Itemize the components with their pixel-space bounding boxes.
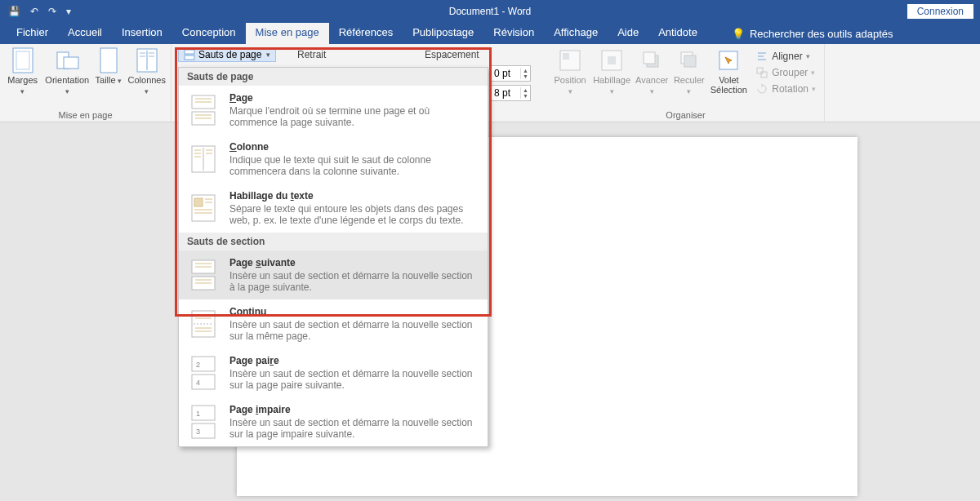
svg-text:2: 2 bbox=[196, 361, 200, 369]
lightbulb-icon: 💡 bbox=[732, 28, 745, 40]
dropdown-header-section-breaks: Sauts de section bbox=[179, 233, 488, 250]
selection-pane-icon bbox=[715, 47, 742, 73]
retrait-label: Retrait bbox=[297, 49, 326, 60]
menu-item-continuous[interactable]: Continu Insère un saut de section et dém… bbox=[179, 299, 488, 348]
section-odd-page-icon: 13 bbox=[187, 404, 220, 440]
orientation-icon bbox=[54, 47, 80, 73]
text-wrap-break-icon bbox=[187, 190, 220, 226]
menu-item-next-page[interactable]: Page suivante Insère un saut de section … bbox=[179, 250, 488, 299]
tell-me-search[interactable]: 💡 Rechercher des outils adaptés bbox=[732, 23, 893, 44]
selection-pane-button[interactable]: VoletSélection bbox=[710, 47, 747, 95]
svg-rect-14 bbox=[563, 53, 569, 60]
svg-rect-20 bbox=[684, 55, 696, 67]
titlebar: 💾 ↶ ↷ ▾ Document1 - Word Connexion bbox=[0, 0, 980, 23]
svg-rect-29 bbox=[194, 198, 203, 206]
align-icon bbox=[755, 50, 768, 63]
rotate-button[interactable]: Rotation▾ bbox=[752, 82, 819, 96]
svg-rect-23 bbox=[761, 72, 767, 78]
group-page-setup: Marges Orientation Taille Colonnes bbox=[0, 44, 172, 122]
search-hint: Rechercher des outils adaptés bbox=[750, 28, 893, 40]
menu-item-text-wrap[interactable]: Habillage du texte Sépare le texte qui e… bbox=[179, 184, 488, 233]
dropdown-header-page-breaks: Sauts de page bbox=[179, 68, 488, 86]
position-icon bbox=[557, 47, 583, 73]
svg-rect-4 bbox=[100, 48, 117, 73]
section-continuous-icon bbox=[187, 306, 220, 342]
menu-item-odd-page[interactable]: 13 Page impaire Insère un saut de sectio… bbox=[179, 397, 488, 446]
svg-text:1: 1 bbox=[196, 410, 200, 418]
svg-rect-18 bbox=[644, 52, 655, 64]
spin-arrows-icon[interactable]: ▲▼ bbox=[520, 87, 530, 99]
tab-antidote[interactable]: Antidote bbox=[648, 23, 707, 44]
rotate-icon bbox=[755, 82, 768, 95]
spacing-before-spin[interactable]: ▲▼ bbox=[490, 65, 531, 82]
margins-button[interactable]: Marges bbox=[5, 47, 40, 109]
size-button[interactable]: Taille bbox=[94, 47, 122, 109]
tab-accueil[interactable]: Accueil bbox=[58, 23, 112, 44]
align-button[interactable]: Aligner▾ bbox=[752, 49, 819, 64]
wrap-icon bbox=[599, 47, 625, 73]
tab-affichage[interactable]: Affichage bbox=[544, 23, 608, 44]
svg-rect-12 bbox=[185, 55, 194, 60]
window-title: Document1 - Word bbox=[449, 6, 531, 17]
columns-button[interactable]: Colonnes bbox=[128, 47, 166, 109]
columns-icon bbox=[134, 47, 160, 73]
redo-icon[interactable]: ↷ bbox=[48, 6, 56, 17]
espacement-label: Espacement bbox=[425, 49, 479, 60]
wrap-button[interactable]: Habillage bbox=[593, 47, 630, 96]
tab-revision[interactable]: Révision bbox=[483, 23, 544, 44]
bring-forward-icon bbox=[639, 47, 665, 73]
svg-rect-16 bbox=[608, 56, 616, 64]
page-break-icon bbox=[187, 92, 220, 128]
tab-conception[interactable]: Conception bbox=[172, 23, 246, 44]
tab-mise-en-page[interactable]: Mise en page bbox=[246, 23, 329, 44]
spacing-before-input[interactable] bbox=[491, 67, 520, 80]
menu-item-even-page[interactable]: 24 Page paire Insère un saut de section … bbox=[179, 348, 488, 397]
bring-forward-button[interactable]: Avancer bbox=[635, 47, 668, 96]
menu-item-page[interactable]: Page Marque l'endroit où se termine une … bbox=[179, 86, 488, 135]
tab-aide[interactable]: Aide bbox=[608, 23, 648, 44]
spacing-after-input[interactable] bbox=[491, 86, 520, 100]
svg-rect-22 bbox=[757, 68, 763, 73]
size-icon bbox=[96, 47, 122, 73]
svg-text:3: 3 bbox=[196, 428, 200, 436]
quick-access-toolbar: 💾 ↶ ↷ ▾ bbox=[0, 6, 71, 17]
svg-rect-3 bbox=[64, 57, 78, 69]
group-icon bbox=[755, 66, 768, 79]
column-break-icon bbox=[187, 141, 220, 177]
orientation-button[interactable]: Orientation bbox=[45, 47, 89, 109]
ribbon-tabs: Fichier Accueil Insertion Conception Mis… bbox=[0, 23, 980, 44]
tab-references[interactable]: Références bbox=[329, 23, 403, 44]
breaks-dropdown: Sauts de page Page Marque l'endroit où s… bbox=[178, 67, 488, 447]
breaks-button[interactable]: Sauts de page bbox=[178, 47, 276, 62]
send-backward-icon bbox=[676, 47, 702, 73]
group-button[interactable]: Grouper▾ bbox=[752, 65, 819, 80]
section-even-page-icon: 24 bbox=[187, 355, 220, 391]
menu-item-column[interactable]: Colonne Indique que le texte qui suit le… bbox=[179, 135, 488, 184]
group-arrange: Position Habillage Avancer Reculer bbox=[547, 44, 825, 122]
spin-arrows-icon[interactable]: ▲▼ bbox=[520, 68, 530, 79]
svg-rect-11 bbox=[185, 50, 194, 54]
ribbon: Marges Orientation Taille Colonnes bbox=[0, 44, 980, 122]
section-next-page-icon bbox=[187, 257, 220, 293]
qat-customize-icon[interactable]: ▾ bbox=[66, 6, 71, 17]
spacing-after-spin[interactable]: ▲▼ bbox=[490, 85, 531, 101]
save-icon[interactable]: 💾 bbox=[8, 6, 20, 17]
breaks-icon bbox=[184, 49, 195, 60]
signin-button[interactable]: Connexion bbox=[907, 4, 973, 19]
position-button[interactable]: Position bbox=[552, 47, 588, 96]
tab-fichier[interactable]: Fichier bbox=[7, 23, 58, 44]
group-label-page-setup: Mise en page bbox=[5, 109, 166, 120]
tab-insertion[interactable]: Insertion bbox=[112, 23, 172, 44]
document-area bbox=[0, 122, 980, 501]
margins-icon bbox=[10, 47, 36, 73]
undo-icon[interactable]: ↶ bbox=[30, 6, 38, 17]
send-backward-button[interactable]: Reculer bbox=[673, 47, 705, 96]
tab-publipostage[interactable]: Publipostage bbox=[403, 23, 483, 44]
svg-text:4: 4 bbox=[196, 379, 200, 387]
group-label-arrange: Organiser bbox=[552, 109, 819, 120]
